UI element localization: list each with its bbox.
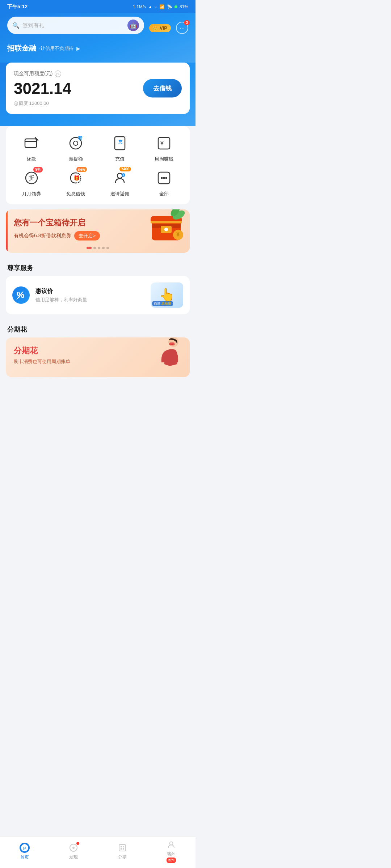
- promo-banner[interactable]: 您有一个宝箱待开启 有机会得6.8折借款利息券 去开启> ¥: [6, 209, 190, 253]
- wifi-icon2: 📡: [167, 4, 172, 9]
- all-icon: [157, 171, 171, 185]
- treasure-chest: ¥: [146, 209, 186, 242]
- bluetooth-icon: ⌁: [155, 4, 157, 9]
- brand-row[interactable]: 招联金融 ·让信用不负期待 ▶: [7, 43, 188, 53]
- service-desc: 信用足够棒，利率好商量: [35, 297, 145, 303]
- action-label-weekly-earn: 周周赚钱: [155, 156, 173, 162]
- recharge-icon: 充: [113, 136, 126, 150]
- message-count: 3: [184, 20, 190, 25]
- message-icon: ···: [179, 24, 185, 32]
- weekly-earn-icon-wrap: ¥: [154, 133, 174, 153]
- network-speed: 1.1M/s: [133, 4, 146, 9]
- service-image: 👆 额度 惠商量: [151, 282, 183, 308]
- message-button[interactable]: ··· 3: [176, 22, 188, 34]
- invite-icon-wrap: ¥400 +: [110, 168, 130, 188]
- action-invite[interactable]: ¥400 + 邀请返佣: [98, 168, 142, 197]
- svg-text:¥: ¥: [176, 232, 180, 238]
- dot-1: [87, 247, 92, 249]
- repayment-icon-wrap: [22, 133, 41, 153]
- smart-limit-icon-wrap: 智: [66, 133, 85, 153]
- free-loan-icon: 🎁: [68, 171, 83, 185]
- weekly-earn-icon: ¥: [157, 136, 171, 150]
- service-img-label: 额度 惠商量: [152, 301, 173, 306]
- svg-rect-7: [158, 137, 170, 149]
- action-label-monthly-coupon: 月月领券: [22, 191, 41, 197]
- discount-badge: 9折: [33, 167, 43, 173]
- svg-point-17: [163, 177, 165, 179]
- search-placeholder: 签到有礼: [22, 22, 125, 29]
- credit-label-text: 现金可用额度(元): [14, 71, 52, 77]
- svg-rect-22: [151, 221, 182, 224]
- action-repayment[interactable]: 还款: [9, 133, 54, 162]
- free-loan-icon-wrap: new 🎁: [66, 168, 85, 188]
- borrow-button[interactable]: 去借钱: [143, 79, 182, 98]
- brand-name: 招联金融: [7, 43, 36, 53]
- search-bar[interactable]: 🔍 签到有礼 🤖: [7, 17, 144, 34]
- status-time: 下午5:12: [7, 4, 28, 10]
- service-img-emoji: 👆: [159, 288, 175, 303]
- svg-text:充: 充: [118, 140, 123, 144]
- svg-text:+: +: [122, 173, 125, 177]
- svg-point-16: [161, 177, 163, 179]
- dot-3: [98, 247, 100, 249]
- action-label-invite: 邀请返佣: [110, 191, 129, 197]
- svg-point-33: [170, 342, 172, 345]
- action-label-smart-limit: 慧提额: [69, 156, 83, 162]
- installment-girl-image: [154, 337, 186, 377]
- svg-point-24: [164, 228, 168, 231]
- installment-title: 分期花: [0, 319, 196, 337]
- battery-level: 81%: [180, 4, 188, 9]
- svg-text:折: 折: [29, 175, 34, 181]
- action-label-recharge: 充值: [115, 156, 125, 162]
- discount-service-icon: %: [12, 286, 30, 304]
- credit-label: 现金可用额度(元) ▷: [14, 71, 182, 77]
- svg-point-3: [73, 141, 78, 145]
- brand-slogan: ·让信用不负期待: [39, 45, 73, 52]
- action-monthly-coupon[interactable]: 9折 折 月月领券: [9, 168, 54, 197]
- status-icons: 1.1M/s ▲ ⌁ 📶 📡 81%: [133, 4, 188, 9]
- brand-arrow-icon: ▶: [76, 46, 80, 51]
- vip-badge[interactable]: 👑 VIP: [149, 24, 171, 32]
- banner-open-button[interactable]: 去开启>: [74, 231, 100, 241]
- search-icon: 🔍: [12, 22, 20, 29]
- action-recharge[interactable]: 充 充值: [98, 133, 142, 162]
- action-label-free-loan: 免息借钱: [66, 191, 85, 197]
- invite-badge: ¥400: [119, 167, 131, 171]
- wifi-icon: ▲: [148, 4, 152, 9]
- service-name: 惠议价: [35, 288, 145, 295]
- action-weekly-earn[interactable]: ¥ 周周赚钱: [142, 133, 186, 162]
- svg-point-34: [172, 342, 175, 345]
- svg-text:智: 智: [77, 136, 82, 141]
- dot-4: [102, 247, 105, 249]
- banner-chest-icon: ¥: [146, 209, 186, 248]
- quick-actions: 还款 智 慧提额 充 充值: [6, 126, 190, 204]
- crown-icon: 👑: [153, 25, 159, 31]
- monthly-coupon-icon-wrap: 9折 折: [22, 168, 41, 188]
- action-free-loan[interactable]: new 🎁 免息借钱: [54, 168, 98, 197]
- dot-5: [106, 247, 109, 249]
- credit-card: 现金可用额度(元) ▷ 3021.14 总额度 12000.00 去借钱: [6, 63, 190, 114]
- svg-rect-0: [25, 139, 37, 148]
- installment-banner[interactable]: 分期花 刷卡消费也可使用周期账单: [6, 337, 190, 377]
- repayment-icon: [24, 137, 39, 150]
- banner-subtitle-text: 有机会得6.8折借款利息券: [14, 233, 71, 239]
- svg-point-12: [117, 173, 122, 178]
- percent-icon: %: [16, 290, 26, 300]
- action-label-repayment: 还款: [27, 156, 36, 162]
- header-right-icons: 👑 VIP ··· 3: [149, 22, 188, 34]
- action-grid: 还款 智 慧提额 充 充值: [9, 133, 186, 197]
- invite-icon: +: [113, 171, 127, 185]
- svg-text:¥: ¥: [160, 140, 164, 146]
- monthly-coupon-icon: 折: [24, 171, 39, 185]
- recharge-icon-wrap: 充: [110, 133, 130, 153]
- header: 🔍 签到有礼 🤖 👑 VIP ··· 3 招联金融 ·让信用不负期待 ▶: [0, 13, 196, 63]
- vip-label: VIP: [160, 25, 167, 31]
- svg-text:🎁: 🎁: [73, 175, 80, 181]
- action-all[interactable]: 全部: [142, 168, 186, 197]
- action-label-all: 全部: [159, 191, 169, 197]
- action-smart-limit[interactable]: 智 慧提额: [54, 133, 98, 162]
- signal-icon: 📶: [159, 4, 165, 9]
- svg-point-18: [165, 177, 167, 179]
- info-icon[interactable]: ▷: [55, 71, 61, 77]
- service-card-discount[interactable]: % 惠议价 信用足够棒，利率好商量 👆 额度 惠商量: [6, 276, 190, 314]
